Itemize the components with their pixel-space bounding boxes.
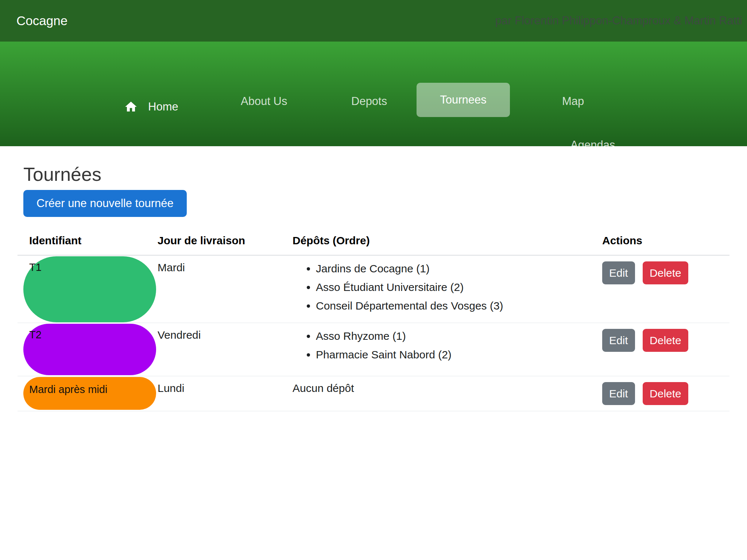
top-bar: Cocagne par Florentin Philippon-Champrou…	[0, 0, 747, 42]
byline-text: par Florentin Philippon-Champroux & Mart…	[495, 14, 742, 27]
nav-item-map[interactable]: Map	[562, 95, 584, 108]
depots-list: Asso Rhyzome (1)Pharmacie Saint Nabord (…	[293, 329, 591, 362]
edit-button[interactable]: Edit	[602, 261, 635, 284]
column-header-actions: Actions	[596, 228, 729, 255]
depot-item: Asso Rhyzome (1)	[316, 329, 591, 343]
depot-item: Pharmacie Saint Nabord (2)	[316, 347, 591, 362]
tournee-badge: T1	[23, 256, 156, 322]
page-title: Tournées	[23, 163, 747, 186]
edit-button[interactable]: Edit	[602, 329, 635, 352]
tournee-badge: T2	[23, 324, 156, 375]
table-row: T2 Vendredi Asso Rhyzome (1)Pharmacie Sa…	[18, 323, 729, 376]
delete-button[interactable]: Delete	[643, 382, 688, 405]
column-header-identifiant: Identifiant	[18, 228, 152, 255]
home-icon	[124, 100, 138, 114]
table-header-row: Identifiant Jour de livraison Dépôts (Or…	[18, 228, 729, 255]
tournee-identifiant: T1	[29, 261, 42, 273]
nav-item-home-label: Home	[148, 100, 178, 113]
edit-button[interactable]: Edit	[602, 382, 635, 405]
nav-item-about-us[interactable]: About Us	[241, 95, 287, 108]
depots-list: Jardins de Cocagne (1)Asso Étudiant Univ…	[293, 261, 591, 313]
nav-item-home[interactable]: Home	[124, 100, 178, 114]
delete-button[interactable]: Delete	[643, 261, 688, 284]
tournees-table-body: T1 Mardi Jardins de Cocagne (1)Asso Étud…	[18, 255, 729, 411]
jour-de-livraison: Vendredi	[152, 323, 287, 376]
tournee-badge: Mardi après midi	[23, 377, 156, 410]
table-row: Mardi après midi Lundi Aucun dépôt Edit …	[18, 376, 729, 411]
depot-item: Asso Étudiant Universitaire (2)	[316, 280, 591, 295]
brand-link[interactable]: Cocagne	[16, 13, 67, 28]
tournees-table: Identifiant Jour de livraison Dépôts (Or…	[18, 228, 729, 411]
delete-button[interactable]: Delete	[643, 329, 688, 352]
jour-de-livraison: Lundi	[152, 376, 287, 411]
main-nav: Home About Us Depots Tournees Map Agenda…	[0, 42, 747, 146]
main-content: Tournées Créer une nouvelle tournée Iden…	[0, 163, 747, 411]
tournee-identifiant: T2	[29, 329, 42, 341]
depot-item: Jardins de Cocagne (1)	[316, 261, 591, 276]
create-tournee-button[interactable]: Créer une nouvelle tournée	[23, 190, 187, 217]
table-row: T1 Mardi Jardins de Cocagne (1)Asso Étud…	[18, 255, 729, 323]
nav-item-agendas[interactable]: Agendas	[570, 139, 615, 152]
nav-item-depots[interactable]: Depots	[351, 95, 387, 108]
depots-empty-text: Aucun dépôt	[293, 382, 354, 394]
jour-de-livraison: Mardi	[152, 255, 287, 323]
depot-item: Conseil Départemental des Vosges (3)	[316, 299, 591, 313]
nav-item-tournees[interactable]: Tournees	[417, 83, 510, 117]
tournee-identifiant: Mardi après midi	[29, 384, 107, 395]
column-header-jour: Jour de livraison	[152, 228, 287, 255]
column-header-depots: Dépôts (Ordre)	[287, 228, 596, 255]
